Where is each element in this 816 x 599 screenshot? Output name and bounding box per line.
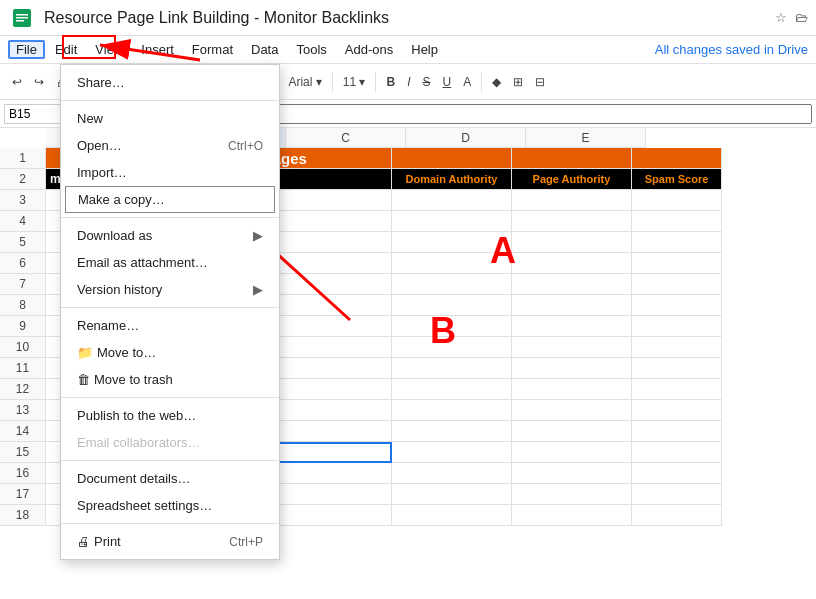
cell[interactable] [632, 316, 722, 337]
menu-download[interactable]: Download as▶ [61, 222, 279, 249]
cell-d1[interactable] [512, 148, 632, 169]
cell[interactable] [512, 337, 632, 358]
cell[interactable] [392, 379, 512, 400]
menu-new[interactable]: New [61, 105, 279, 132]
cell[interactable] [392, 274, 512, 295]
menu-open[interactable]: Open…Ctrl+O [61, 132, 279, 159]
cell[interactable] [392, 253, 512, 274]
cell[interactable] [512, 295, 632, 316]
cell[interactable] [632, 421, 722, 442]
file-dropdown: Share… New Open…Ctrl+O Import… Make a co… [60, 64, 280, 560]
fillcolor-btn[interactable]: ◆ [488, 73, 505, 91]
menu-item-addons[interactable]: Add-ons [337, 40, 401, 59]
cell[interactable] [632, 232, 722, 253]
cell-d15[interactable] [512, 442, 632, 463]
redo-btn[interactable]: ↪ [30, 73, 48, 91]
cell[interactable] [632, 358, 722, 379]
cell[interactable] [632, 274, 722, 295]
cell-ref-box[interactable]: B15 [4, 104, 64, 124]
menu-item-format[interactable]: Format [184, 40, 241, 59]
cell[interactable] [632, 295, 722, 316]
cell[interactable] [632, 190, 722, 211]
font-size-selector[interactable]: 11 ▾ [339, 73, 370, 91]
cell[interactable] [632, 400, 722, 421]
italic-btn[interactable]: I [403, 73, 414, 91]
cell[interactable] [392, 316, 512, 337]
menu-publish[interactable]: Publish to the web… [61, 402, 279, 429]
cell[interactable] [392, 463, 512, 484]
cell[interactable] [512, 316, 632, 337]
cell[interactable] [512, 421, 632, 442]
cell[interactable] [392, 337, 512, 358]
cell[interactable] [512, 505, 632, 526]
underline-btn[interactable]: U [439, 73, 456, 91]
menu-rename[interactable]: Rename… [61, 312, 279, 339]
bold-btn[interactable]: B [382, 73, 399, 91]
cell[interactable] [632, 253, 722, 274]
menu-email-attach[interactable]: Email as attachment… [61, 249, 279, 276]
menu-make-copy[interactable]: Make a copy… [65, 186, 275, 213]
cell[interactable] [512, 232, 632, 253]
strikethrough-btn[interactable]: S [418, 73, 434, 91]
menu-email-collab[interactable]: Email collaborators… [61, 429, 279, 456]
cell[interactable] [632, 463, 722, 484]
borders-btn[interactable]: ⊞ [509, 73, 527, 91]
undo-btn[interactable]: ↩ [8, 73, 26, 91]
toolbar-sep-4 [332, 72, 333, 92]
menu-item-edit[interactable]: Edit [47, 40, 85, 59]
menu-print[interactable]: 🖨PrintCtrl+P [61, 528, 279, 555]
menu-doc-details[interactable]: Document details… [61, 465, 279, 492]
menu-share[interactable]: Share… [61, 69, 279, 96]
cell-d2[interactable]: Page Authority [512, 169, 632, 190]
cell[interactable] [512, 211, 632, 232]
cell[interactable] [512, 253, 632, 274]
cell[interactable] [512, 463, 632, 484]
cell[interactable] [512, 484, 632, 505]
cell-e1[interactable] [632, 148, 722, 169]
menu-item-insert[interactable]: Insert [133, 40, 182, 59]
cell-e15[interactable] [632, 442, 722, 463]
menu-version[interactable]: Version history▶ [61, 276, 279, 303]
cell[interactable] [392, 232, 512, 253]
cell[interactable] [392, 295, 512, 316]
merge-btn[interactable]: ⊟ [531, 73, 549, 91]
menu-item-data[interactable]: Data [243, 40, 286, 59]
cell[interactable] [392, 190, 512, 211]
svg-rect-1 [16, 14, 28, 16]
cell[interactable] [392, 400, 512, 421]
menu-import[interactable]: Import… [61, 159, 279, 186]
font-selector[interactable]: Arial ▾ [284, 73, 325, 91]
cell[interactable] [632, 211, 722, 232]
cell[interactable] [392, 211, 512, 232]
menu-move-to[interactable]: 📁Move to… [61, 339, 279, 366]
cell[interactable] [392, 358, 512, 379]
cell-c15[interactable] [392, 442, 512, 463]
cell[interactable] [512, 190, 632, 211]
menu-item-file[interactable]: File [8, 40, 45, 59]
menu-item-tools[interactable]: Tools [288, 40, 334, 59]
cell[interactable] [512, 274, 632, 295]
folder-icon[interactable]: 🗁 [795, 10, 808, 25]
cell[interactable] [392, 484, 512, 505]
row-num: 5 [0, 232, 46, 253]
menu-move-trash[interactable]: 🗑Move to trash [61, 366, 279, 393]
row-num: 12 [0, 379, 46, 400]
cell[interactable] [392, 421, 512, 442]
cell-c2[interactable]: Domain Authority [392, 169, 512, 190]
cell[interactable] [512, 400, 632, 421]
menu-item-help[interactable]: Help [403, 40, 446, 59]
cell-e2[interactable]: Spam Score [632, 169, 722, 190]
textcolor-btn[interactable]: A [459, 73, 475, 91]
menu-spreadsheet-settings[interactable]: Spreadsheet settings… [61, 492, 279, 519]
cell[interactable] [632, 505, 722, 526]
cell[interactable] [512, 379, 632, 400]
cell[interactable] [392, 505, 512, 526]
cell[interactable] [512, 358, 632, 379]
col-header-e: E [526, 128, 646, 148]
cell-c1[interactable] [392, 148, 512, 169]
cell[interactable] [632, 484, 722, 505]
cell[interactable] [632, 337, 722, 358]
cell[interactable] [632, 379, 722, 400]
star-icon[interactable]: ☆ [775, 10, 787, 25]
menu-item-view[interactable]: View [87, 40, 131, 59]
